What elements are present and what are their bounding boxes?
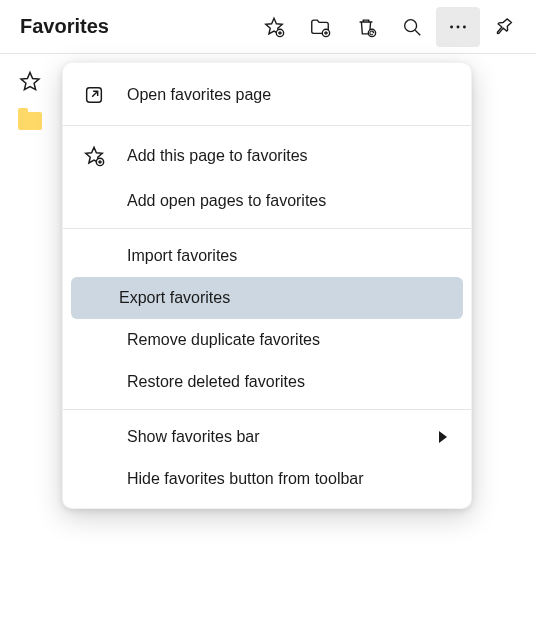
menu-remove-duplicates[interactable]: Remove duplicate favorites: [63, 319, 471, 361]
favorites-header: Favorites: [0, 0, 536, 54]
more-button[interactable]: [436, 7, 480, 47]
svg-point-6: [463, 25, 466, 28]
open-external-icon: [83, 84, 105, 106]
menu-label: Remove duplicate favorites: [127, 331, 453, 349]
page-title: Favorites: [20, 15, 109, 38]
add-favorite-button[interactable]: [252, 7, 296, 47]
menu-label: Show favorites bar: [127, 428, 439, 446]
svg-point-4: [450, 25, 453, 28]
search-icon: [401, 16, 423, 38]
pin-button[interactable]: [482, 7, 526, 47]
svg-point-5: [457, 25, 460, 28]
menu-show-favorites-bar[interactable]: Show favorites bar: [63, 416, 471, 458]
menu-add-this-page[interactable]: Add this page to favorites: [63, 132, 471, 180]
menu-open-favorites-page[interactable]: Open favorites page: [63, 71, 471, 119]
pin-icon: [489, 11, 520, 42]
menu-label: Restore deleted favorites: [127, 373, 453, 391]
menu-restore-deleted[interactable]: Restore deleted favorites: [63, 361, 471, 403]
menu-divider: [63, 228, 471, 229]
star-outline-icon: [18, 70, 42, 94]
folder-icon: [18, 112, 42, 130]
menu-label: Import favorites: [127, 247, 453, 265]
folder-plus-icon: [309, 16, 331, 38]
menu-label: Hide favorites button from toolbar: [127, 470, 453, 488]
menu-export-favorites[interactable]: Export favorites: [71, 277, 463, 319]
more-icon: [447, 16, 469, 38]
svg-point-3: [405, 19, 417, 31]
menu-label: Open favorites page: [127, 86, 453, 104]
restore-button[interactable]: [344, 7, 388, 47]
menu-label: Add this page to favorites: [127, 147, 453, 165]
star-plus-icon: [263, 16, 285, 38]
menu-import-favorites[interactable]: Import favorites: [63, 235, 471, 277]
chevron-right-icon: [439, 431, 447, 443]
search-button[interactable]: [390, 7, 434, 47]
favorites-list-hint: [18, 70, 42, 130]
menu-divider: [63, 125, 471, 126]
menu-add-open-pages[interactable]: Add open pages to favorites: [63, 180, 471, 222]
menu-divider: [63, 409, 471, 410]
trash-restore-icon: [355, 16, 377, 38]
add-folder-button[interactable]: [298, 7, 342, 47]
menu-hide-favorites-button[interactable]: Hide favorites button from toolbar: [63, 458, 471, 500]
header-actions: [252, 7, 526, 47]
favorites-context-menu: Open favorites page Add this page to fav…: [62, 62, 472, 509]
star-plus-icon: [83, 145, 105, 167]
menu-label: Add open pages to favorites: [127, 192, 453, 210]
menu-label: Export favorites: [119, 289, 453, 307]
